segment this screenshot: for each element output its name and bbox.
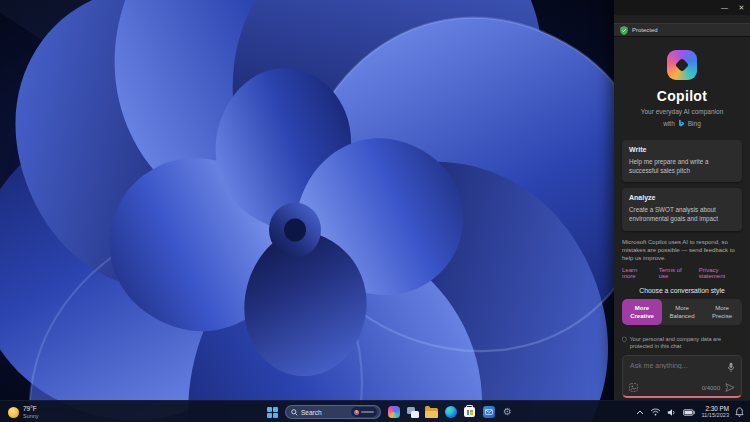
close-button[interactable]: ✕	[733, 0, 750, 15]
taskbar-file-explorer[interactable]	[425, 406, 438, 419]
send-icon[interactable]	[725, 383, 735, 392]
copilot-logo-icon	[667, 50, 697, 80]
weather-widget[interactable]: 79°F Sunny	[8, 401, 39, 422]
search-placeholder: Search	[301, 409, 322, 416]
card-title: Analyze	[629, 194, 735, 201]
shield-outline-icon	[622, 336, 627, 343]
weather-temp: 79°F	[23, 405, 39, 413]
protected-banner: Protected	[614, 23, 750, 37]
copilot-subtitle: Your everyday AI companion	[614, 108, 750, 115]
data-protection-note: Your personal and company data are prote…	[622, 336, 742, 351]
card-title: Write	[629, 146, 735, 153]
protected-label: Protected	[632, 27, 658, 33]
system-tray: 2:30 PM 11/15/2023	[636, 401, 744, 422]
battery-icon[interactable]	[683, 409, 695, 416]
copilot-title: Copilot	[614, 88, 750, 104]
character-counter: 0/4000	[702, 385, 720, 391]
learn-more-link[interactable]: Learn more	[622, 267, 650, 279]
clock-date: 11/15/2023	[701, 412, 729, 418]
search-highlight-icon	[354, 410, 359, 415]
windows-logo-icon	[267, 407, 278, 418]
weather-condition: Sunny	[23, 413, 39, 420]
edge-browser-icon	[445, 406, 457, 418]
suggestion-card-write[interactable]: Write Help me prepare and write a succes…	[622, 140, 742, 182]
bing-label: Bing	[688, 120, 701, 127]
taskbar-settings[interactable]: ⚙	[501, 406, 514, 419]
privacy-statement-link[interactable]: Privacy statement	[699, 267, 742, 279]
folder-icon	[425, 407, 438, 418]
gear-icon: ⚙	[503, 407, 512, 417]
copilot-hero: Copilot Your everyday AI companion with …	[614, 37, 750, 128]
microphone-icon[interactable]	[727, 362, 735, 373]
suggestion-cards: Write Help me prepare and write a succes…	[622, 140, 742, 231]
style-more-precise[interactable]: More Precise	[702, 299, 742, 325]
card-body: Create a SWOT analysis about environment…	[629, 205, 735, 223]
with-label: with	[663, 120, 675, 127]
taskbar-edge[interactable]	[444, 406, 457, 419]
taskbar-store[interactable]	[463, 406, 476, 419]
style-more-balanced[interactable]: More Balanced	[662, 299, 702, 325]
notification-bell-icon[interactable]	[735, 407, 744, 417]
taskbar-task-view[interactable]	[406, 406, 419, 419]
task-view-icon	[407, 407, 419, 418]
copilot-icon	[388, 406, 400, 418]
card-body: Help me prepare and write a successful s…	[629, 157, 735, 175]
taskbar-search[interactable]: Search	[285, 405, 381, 419]
taskbar-clock[interactable]: 2:30 PM 11/15/2023	[701, 405, 729, 419]
conversation-style-heading: Choose a conversation style	[614, 287, 750, 294]
volume-icon[interactable]	[667, 408, 677, 417]
sunny-weather-icon	[8, 407, 19, 418]
ai-disclaimer-text: Microsoft Copilot uses AI to respond, so…	[622, 238, 742, 263]
chat-input[interactable]	[630, 362, 730, 369]
start-button[interactable]	[266, 406, 279, 419]
chat-input-box: 0/4000	[622, 355, 742, 398]
taskbar-center-icons: Search ⚙	[266, 401, 514, 422]
conversation-style-selector: More Creative More Balanced More Precise	[622, 299, 742, 325]
terms-of-use-link[interactable]: Terms of use	[659, 267, 690, 279]
desktop-screen: — ✕ Protected Copilot Your everyday AI c…	[0, 0, 750, 422]
shield-check-icon	[620, 26, 628, 35]
legal-links: Learn more Terms of use Privacy statemen…	[622, 267, 742, 279]
suggestion-card-analyze[interactable]: Analyze Create a SWOT analysis about env…	[622, 188, 742, 230]
taskbar: 79°F Sunny Search	[0, 400, 750, 422]
taskbar-mail[interactable]	[482, 406, 495, 419]
search-highlight-badge	[351, 407, 377, 417]
clock-time: 2:30 PM	[701, 405, 729, 412]
bing-logo-icon	[678, 119, 685, 128]
add-image-icon[interactable]	[629, 383, 638, 392]
wifi-icon[interactable]	[650, 408, 661, 416]
minimize-button[interactable]: —	[716, 0, 733, 15]
microsoft-store-icon	[464, 407, 475, 417]
search-icon	[291, 409, 298, 416]
taskbar-copilot[interactable]	[387, 406, 400, 419]
panel-titlebar: — ✕	[614, 0, 750, 15]
mail-icon	[483, 406, 495, 418]
style-more-creative[interactable]: More Creative	[622, 299, 662, 325]
tray-chevron-up-icon[interactable]	[636, 410, 644, 415]
copilot-panel: — ✕ Protected Copilot Your everyday AI c…	[614, 0, 750, 400]
